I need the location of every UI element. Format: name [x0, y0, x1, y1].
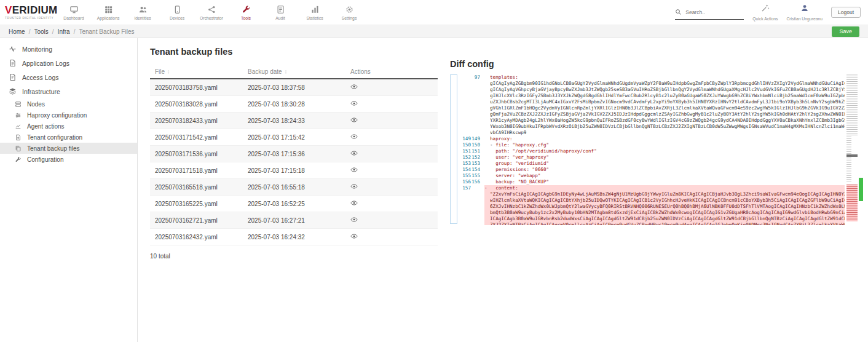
view-backup-button[interactable] [350, 166, 358, 173]
view-backup-button[interactable] [350, 216, 358, 223]
view-backup-button[interactable] [350, 133, 358, 140]
sidebar-item-label: Nodes [27, 101, 45, 108]
eye-icon [350, 100, 358, 107]
backup-file-name: 20250703171542.yaml [150, 129, 243, 146]
diff-line: 97templates: [459, 74, 845, 81]
line-number-original [459, 210, 471, 216]
breadcrumb-item-infra[interactable]: Infra [58, 28, 70, 35]
line-number-modified [471, 210, 484, 216]
sidebar-item-haproxy-configuration[interactable]: Haproxy configuration [0, 109, 137, 121]
infrastructure-icon [9, 87, 17, 95]
line-number-modified: 155 [471, 173, 484, 179]
diff-marker [484, 105, 490, 111]
line-number-original [459, 105, 471, 111]
diff-line: wIHZlcmlkaXVtaWQKICAgICAgICBtYXhjb25uIDQ… [459, 197, 845, 204]
column-header-file[interactable]: File [150, 65, 243, 79]
veridium-logo[interactable]: VERIDIUM TRUSTED DIGITAL IDENTITY [5, 5, 53, 20]
sidebar-item-monitoring[interactable]: Monitoring [0, 42, 137, 56]
view-backup-button[interactable] [350, 100, 358, 107]
sidebar-item-configuration[interactable]: Configuration [0, 154, 137, 165]
backup-file-name: 20250703183758.yaml [150, 79, 243, 96]
sidebar-item-agent-actions[interactable]: Agent actions [0, 121, 137, 132]
overview-change-marker [859, 178, 863, 201]
view-backup-button[interactable] [350, 83, 358, 90]
diff-marker [484, 154, 490, 161]
sidebar-item-application-logs[interactable]: Application Logs [0, 56, 137, 70]
diff-line-text: user: "ver_haproxy" [490, 154, 845, 161]
line-number-original [459, 197, 471, 204]
diff-line: 153153 group: "veridiumid" [459, 161, 845, 167]
sidebar-item-access-logs[interactable]: Access Logs [0, 70, 137, 84]
tenant-backup-icon [15, 145, 22, 152]
wand-icon-slot [761, 4, 770, 15]
diff-line: 150150- file: "haproxy.cfg" [459, 142, 845, 148]
nav-item-statistics[interactable]: Statistics [298, 2, 332, 23]
view-backup-button[interactable] [350, 116, 358, 124]
column-header-backup-date[interactable]: Backup date [243, 65, 345, 79]
user-menu[interactable]: Cristian Ungureanu [786, 4, 823, 21]
backup-file-name: 20250703162721.yaml [150, 212, 243, 229]
quick-actions-button[interactable]: Quick Actions [752, 4, 778, 21]
diff-line-text: group: "veridiumid" [490, 161, 845, 167]
view-backup-button[interactable] [350, 199, 358, 207]
nav-item-identities[interactable]: Identities [125, 2, 160, 23]
nav-item-applications[interactable]: Applications [91, 2, 125, 23]
diff-marker [484, 117, 490, 124]
breadcrumb-bar: Home/Tools/Infra/Tenant Backup Files Sav… [0, 25, 868, 38]
minimap[interactable] [846, 73, 858, 225]
overview-ruler[interactable] [859, 73, 863, 225]
backup-date: 2025-07-03 16:24:32 [243, 229, 345, 245]
backup-file-name: 20250703182433.yaml [150, 113, 243, 129]
sort-control[interactable] [165, 68, 171, 75]
nav-item-dashboard[interactable]: Dashboard [57, 2, 91, 23]
sidebar-item-infrastructure[interactable]: Infrastructure [0, 84, 137, 98]
nav-item-settings[interactable]: Settings [332, 2, 366, 23]
line-number-modified [471, 99, 484, 105]
nav-item-label: Settings [342, 16, 357, 20]
line-number-modified [471, 87, 484, 93]
minimap-slider[interactable] [846, 154, 858, 157]
sort-control[interactable] [282, 68, 288, 75]
view-backup-button[interactable] [350, 149, 358, 157]
sidebar-item-tenant-configuration[interactable]: Tenant configuration [0, 132, 137, 143]
eye-icon [350, 233, 358, 240]
diff-line-text: gICAgIyAgZGBgbm90IG1hdGNoLCB0aGUgY2VydGl… [490, 81, 845, 87]
search-icon [675, 9, 682, 15]
view-backup-button[interactable] [350, 233, 358, 240]
search-input[interactable] [685, 9, 742, 15]
line-number-original [459, 130, 471, 136]
line-number-original: 157 [459, 185, 471, 191]
diff-marker [484, 124, 490, 130]
sidebar-item-nodes[interactable]: Nodes [0, 98, 137, 109]
diff-line: uZXJhbCBsb2cgMTI3LjAuMC4xIGxvY2FsMiBpbmZ… [459, 99, 845, 105]
breadcrumb: Home/Tools/Infra/Tenant Backup Files [9, 28, 134, 35]
breadcrumb-item-home[interactable]: Home [9, 28, 25, 35]
settings-icon [345, 5, 354, 14]
save-button[interactable]: Save [832, 26, 859, 37]
diff-marker [484, 148, 490, 154]
diff-editor[interactable]: 97templates:gICAgIyAgZGBgbm90IG1hdGNoLCB… [450, 73, 863, 225]
minimap-content-top [846, 74, 858, 135]
nav-item-orchestrator[interactable]: Orchestrator [194, 2, 229, 23]
eye-icon [350, 216, 358, 223]
diff-line-text: templates: [490, 74, 845, 81]
app-window: VERIDIUM TRUSTED DIGITAL IDENTITY Dashbo… [0, 0, 868, 342]
nav-item-devices[interactable]: Devices [160, 2, 194, 23]
diff-line: ICAgICAgb3B0aW9uIGRvbnRsb2dudWxsCiAgICAg… [459, 216, 845, 222]
tenant-config-icon [15, 134, 22, 141]
sidebar-item-label: Monitoring [22, 46, 52, 53]
sort-icon [283, 70, 288, 74]
table-row: 20250703183028.yaml2025-07-03 18:30:28 [150, 96, 438, 113]
backup-date: 2025-07-03 17:15:18 [243, 162, 345, 179]
logout-button[interactable]: Logout [831, 7, 861, 18]
sidebar-item-tenant-backup-files[interactable]: Tenant backup files [0, 143, 137, 154]
line-number-modified [471, 197, 484, 204]
diff-line: 149149haproxy: [459, 136, 845, 142]
nav-item-audit[interactable]: Audit [263, 2, 298, 23]
view-backup-button[interactable] [350, 183, 358, 190]
diff-line: gVGhlIGRlZmF1bHQgc2VydmVyIGNlcnRpZmljYXR… [459, 105, 845, 111]
identities-icon [138, 5, 148, 14]
nav-item-tools[interactable]: Tools [229, 2, 263, 23]
top-nav: DashboardApplicationsIdentitiesDevicesOr… [57, 2, 366, 23]
breadcrumb-item-tools[interactable]: Tools [34, 28, 48, 35]
